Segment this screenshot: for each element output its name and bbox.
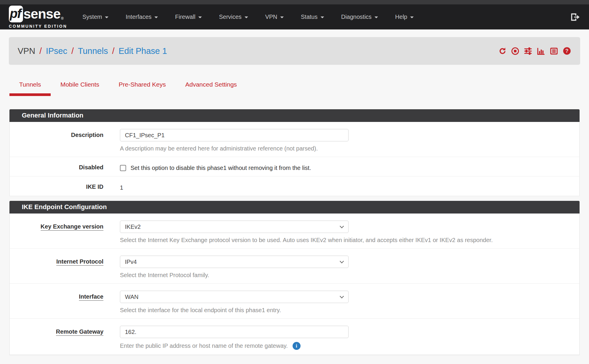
menu-diagnostics[interactable]: Diagnostics xyxy=(341,14,378,20)
breadcrumb-link-tunnels[interactable]: Tunnels xyxy=(78,46,108,56)
internet-protocol-select[interactable]: IPv4 xyxy=(120,256,349,268)
disabled-checkbox[interactable] xyxy=(120,165,126,171)
remote-gateway-help: Enter the public IP address or host name… xyxy=(120,342,570,350)
chevron-down-icon xyxy=(198,16,202,18)
ike-id-row: IKE ID 1 xyxy=(10,176,579,196)
menu-system[interactable]: System xyxy=(83,14,109,20)
remote-gateway-label: Remote Gateway xyxy=(10,326,103,350)
help-text: A description may be entered here for ad… xyxy=(120,145,318,152)
tab-pre-shared-keys[interactable]: Pre-Shared Keys xyxy=(109,81,176,96)
description-label: Description xyxy=(10,129,103,152)
chart-bar-icon[interactable] xyxy=(537,47,545,55)
label-text: Remote Gateway xyxy=(56,328,103,336)
breadcrumb: VPN / IPsec / Tunnels / Edit Phase 1 xyxy=(18,46,167,56)
interface-row: Interface WAN Select the interface for t… xyxy=(10,284,579,319)
tab-mobile-clients[interactable]: Mobile Clients xyxy=(51,81,109,96)
sign-out-icon[interactable] xyxy=(571,13,580,21)
description-help: A description may be entered here for ad… xyxy=(120,145,570,152)
menu-label: Status xyxy=(301,14,318,20)
chevron-down-icon xyxy=(321,16,324,18)
help-text: Select the interface for the local endpo… xyxy=(120,307,281,314)
logo-registered-mark: ® xyxy=(61,16,64,21)
menu-vpn[interactable]: VPN xyxy=(265,14,284,20)
general-information-section: General Information Description A descri… xyxy=(9,109,580,196)
list-icon[interactable] xyxy=(550,47,558,55)
chevron-down-icon xyxy=(374,16,378,18)
chevron-down-icon xyxy=(245,16,248,18)
breadcrumb-separator: / xyxy=(39,46,42,56)
logo-pf: pf xyxy=(9,6,23,22)
navbar-top-strip xyxy=(0,0,589,4)
disabled-checkbox-label: Set this option to disable this phase1 w… xyxy=(131,165,311,171)
ipsec-tabs: Tunnels Mobile Clients Pre-Shared Keys A… xyxy=(9,81,580,96)
interface-help: Select the interface for the local endpo… xyxy=(120,307,570,314)
sliders-icon[interactable] xyxy=(524,47,532,55)
help-text: Select the Internet Protocol family. xyxy=(120,272,209,279)
breadcrumb-panel: VPN / IPsec / Tunnels / Edit Phase 1 xyxy=(9,37,580,65)
key-exchange-select[interactable]: IKEv2 xyxy=(120,221,349,233)
help-icon[interactable]: ? xyxy=(562,47,571,55)
logo-sense: sense xyxy=(24,6,60,22)
disabled-row: Disabled Set this option to disable this… xyxy=(10,157,579,176)
refresh-icon[interactable] xyxy=(498,47,507,55)
breadcrumb-separator: / xyxy=(71,46,74,56)
menu-services[interactable]: Services xyxy=(219,14,248,20)
internet-protocol-label: Internet Protocol xyxy=(10,256,103,279)
logo-edition: COMMUNITY EDITION xyxy=(9,24,67,29)
menu-status[interactable]: Status xyxy=(301,14,324,20)
section-title-ike-endpoint: IKE Endpoint Configuration xyxy=(9,201,580,214)
main-menu: System Interfaces Firewall Services VPN … xyxy=(83,14,414,20)
internet-protocol-help: Select the Internet Protocol family. xyxy=(120,272,570,279)
description-row: Description A description may be entered… xyxy=(10,122,579,157)
help-text: Select the Internet Key Exchange protoco… xyxy=(120,237,493,244)
internet-protocol-row: Internet Protocol IPv4 Select the Intern… xyxy=(10,249,579,284)
chevron-down-icon xyxy=(410,16,414,18)
menu-label: Help xyxy=(395,14,407,20)
section-title-general: General Information xyxy=(9,109,580,122)
stop-circle-icon[interactable] xyxy=(511,47,519,55)
breadcrumb-separator: / xyxy=(112,46,114,56)
menu-interfaces[interactable]: Interfaces xyxy=(126,14,158,20)
chevron-down-icon xyxy=(154,16,158,18)
pfsense-logo[interactable]: pf sense ® COMMUNITY EDITION xyxy=(9,6,67,29)
interface-select[interactable]: WAN xyxy=(120,291,349,303)
ike-id-label: IKE ID xyxy=(10,183,103,191)
tab-advanced-settings[interactable]: Advanced Settings xyxy=(176,81,247,96)
tab-tunnels[interactable]: Tunnels xyxy=(9,81,51,96)
chevron-down-icon xyxy=(105,16,108,18)
breadcrumb-link-edit-phase1[interactable]: Edit Phase 1 xyxy=(118,46,167,56)
top-navbar: pf sense ® COMMUNITY EDITION System Inte… xyxy=(0,0,589,29)
key-exchange-row: Key Exchange version IKEv2 Select the In… xyxy=(10,214,579,249)
menu-label: Services xyxy=(219,14,242,20)
description-input[interactable] xyxy=(120,129,349,141)
label-text: Key Exchange version xyxy=(41,223,103,231)
key-exchange-label: Key Exchange version xyxy=(10,221,103,244)
menu-label: VPN xyxy=(265,14,277,20)
menu-firewall[interactable]: Firewall xyxy=(175,14,202,20)
help-text: Enter the public IP address or host name… xyxy=(120,343,288,349)
ike-endpoint-section: IKE Endpoint Configuration Key Exchange … xyxy=(9,201,580,355)
remote-gateway-input[interactable] xyxy=(120,326,349,338)
svg-text:?: ? xyxy=(565,48,569,54)
breadcrumb-root: VPN xyxy=(18,46,35,56)
label-text: Internet Protocol xyxy=(56,258,103,266)
menu-label: Diagnostics xyxy=(341,14,372,20)
breadcrumb-link-ipsec[interactable]: IPsec xyxy=(46,46,67,56)
interface-label: Interface xyxy=(10,291,103,314)
key-exchange-help: Select the Internet Key Exchange protoco… xyxy=(120,237,570,244)
disabled-label: Disabled xyxy=(10,164,103,171)
info-icon[interactable]: i xyxy=(293,342,301,350)
menu-label: Interfaces xyxy=(126,14,151,20)
menu-label: Firewall xyxy=(175,14,195,20)
menu-label: System xyxy=(83,14,102,20)
chevron-down-icon xyxy=(280,16,284,18)
label-text: Interface xyxy=(79,293,103,301)
remote-gateway-row: Remote Gateway Enter the public IP addre… xyxy=(10,319,579,355)
menu-help[interactable]: Help xyxy=(395,14,414,20)
ike-id-value: 1 xyxy=(120,183,570,191)
